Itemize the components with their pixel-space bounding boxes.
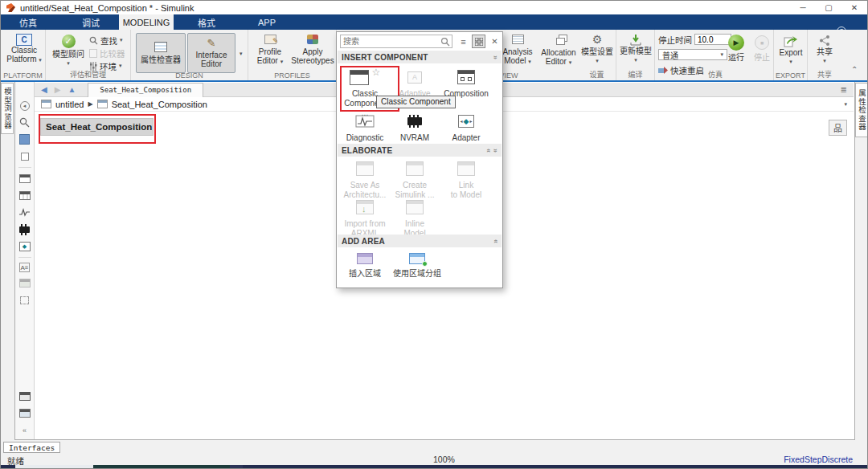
allocation-editor-button[interactable]: Allocation Editor ▾: [538, 35, 579, 67]
tab-format[interactable]: 格式: [185, 14, 228, 30]
waveform-icon: [355, 115, 375, 128]
run-button[interactable]: ▶ 运行: [724, 35, 748, 62]
chip-icon: [407, 117, 422, 125]
model-settings-button[interactable]: ⚙ 模型设置 ▾: [581, 34, 613, 65]
maximize-button[interactable]: ▢: [816, 1, 841, 14]
nvram-service-icon[interactable]: [18, 223, 31, 235]
property-inspector-button[interactable]: 属性检查器: [136, 33, 186, 73]
collapse-strip-icon[interactable]: «: [18, 424, 31, 436]
group-label-compile: 编译: [616, 69, 654, 80]
minimize-button[interactable]: ─: [790, 1, 816, 14]
palette-item-area-grouping[interactable]: 使用区域分组: [387, 251, 448, 279]
interfaces-tab[interactable]: Interfaces: [3, 442, 60, 453]
fit-to-view-icon[interactable]: [18, 133, 31, 145]
find-button[interactable]: 查找▾: [89, 35, 123, 46]
breadcrumb-current[interactable]: Seat_Heat_Composition: [112, 100, 207, 109]
group-label-evaluate: 评估和管理: [46, 69, 130, 80]
zoom-icon[interactable]: [18, 116, 31, 128]
grid-view-icon[interactable]: [472, 35, 485, 48]
breadcrumb-caret[interactable]: ▾: [844, 101, 847, 108]
group-platform: C Classic Platform ▾ PLATFORM: [1, 30, 46, 80]
property-inspector-tab[interactable]: 属性检查器: [855, 83, 868, 137]
apply-stereotypes-button[interactable]: Apply Stereotypes: [290, 35, 335, 65]
simulation-mode-select[interactable]: 普通▾: [658, 49, 727, 60]
interface-editor-button[interactable]: ✎ Interface Editor: [187, 33, 235, 73]
classic-platform-button[interactable]: C Classic Platform ▾: [6, 34, 42, 64]
palette-item-composition[interactable]: Composition: [443, 67, 489, 99]
view-mark-icon[interactable]: [18, 150, 31, 162]
palette-item-classic-component[interactable]: ☆ ClassicComponent ...: [342, 67, 388, 118]
pencil-shield-icon: ✎: [207, 38, 216, 48]
profile-editor-button[interactable]: Profile Editor ▾: [252, 35, 289, 66]
toolbar-divider: [18, 257, 31, 258]
section-header-add-area[interactable]: ADD AREA «: [338, 234, 502, 247]
list-view-icon[interactable]: ≡: [457, 35, 470, 48]
analysis-model-icon: [512, 35, 524, 44]
collapse-down-icon[interactable]: «: [492, 55, 499, 59]
stop-button: ■ 停止: [750, 35, 774, 62]
export-icon: [784, 35, 798, 47]
collapse-ribbon-icon[interactable]: ⌃: [851, 65, 858, 74]
taskbar-segment: [93, 465, 230, 469]
composition-block-header[interactable]: Seat_Heat_Composition: [40, 118, 154, 136]
tab-modeling[interactable]: MODELING: [119, 14, 174, 30]
stop-square-icon: ■: [755, 35, 769, 50]
section-header-elaborate[interactable]: ELABORATE ««: [338, 144, 502, 157]
window-title: untitled/Seat_Heat_Composition * - Simul…: [20, 3, 194, 13]
palette-item-inline-model: InlineModel: [391, 198, 438, 239]
diagnostic-service-icon[interactable]: [18, 206, 31, 218]
share-button[interactable]: 共享 ▾: [810, 35, 839, 65]
magnifier-icon: [89, 36, 98, 45]
model-advisor-button[interactable]: ✓ 模型顾问 ▾: [51, 35, 86, 67]
nav-back-icon[interactable]: ◀: [41, 85, 47, 94]
palette-search-input[interactable]: [341, 37, 440, 46]
add-component-icon[interactable]: [18, 173, 31, 185]
adapter-icon[interactable]: ◆: [18, 240, 31, 252]
collapse-up-icon[interactable]: «: [492, 239, 499, 243]
check-circle-icon: ✓: [62, 35, 76, 48]
close-button[interactable]: ✕: [841, 1, 867, 14]
export-button[interactable]: Export ▾: [776, 35, 805, 66]
tab-simulation[interactable]: 仿真: [6, 14, 51, 30]
tab-list-icon[interactable]: ≣: [841, 85, 847, 94]
breadcrumb-root[interactable]: untitled: [55, 100, 84, 109]
area-box-icon[interactable]: [18, 294, 31, 306]
tab-apps[interactable]: APP: [245, 14, 289, 30]
classic-component-icon: [350, 70, 369, 85]
design-overflow-caret[interactable]: ▾: [240, 51, 243, 57]
group-label-settings: 设置: [578, 69, 616, 80]
group-compile: 更新模型 ▾ 编译: [616, 30, 655, 80]
hide-browser-icon[interactable]: ◂: [18, 100, 31, 112]
status-solver[interactable]: FixedStepDiscrete: [784, 455, 853, 464]
section-header-insert[interactable]: INSERT COMPONENT «: [338, 51, 502, 63]
update-model-icon: [629, 34, 642, 46]
collapse-down-icon[interactable]: «: [492, 148, 499, 152]
share-icon: [819, 35, 831, 47]
update-model-button[interactable]: 更新模型 ▾: [620, 34, 652, 64]
composition-badge-icon[interactable]: 品: [829, 120, 847, 136]
status-zoom: 100%: [433, 455, 455, 464]
group-evaluate: ✓ 模型顾问 ▾ 查找▾ 比较器 环境▾ 评估和管理: [46, 30, 131, 80]
palette-item-insert-area[interactable]: 插入区域: [342, 251, 388, 279]
palette-icon[interactable]: [18, 407, 31, 419]
import-arxml-icon: ↓: [356, 200, 374, 214]
palette-item-import-arxml: ↓ Import fromARXML: [342, 198, 388, 239]
close-palette-icon[interactable]: ✕: [488, 35, 502, 48]
tab-debug[interactable]: 调试: [68, 14, 113, 30]
favorite-star-icon[interactable]: ☆: [372, 67, 381, 77]
simulink-window: untitled/Seat_Heat_Composition * - Simul…: [0, 0, 868, 469]
palette-item-adapter[interactable]: ◂◆▸ Adapter: [443, 112, 489, 143]
document-tab[interactable]: Seat_Heat_Composition: [88, 83, 203, 97]
annotation-icon[interactable]: A≡: [19, 263, 30, 272]
group-label-profiles: PROFILES: [248, 71, 336, 80]
screenshot-icon[interactable]: [18, 390, 31, 402]
model-browser-tab[interactable]: 模型浏览器: [1, 83, 14, 134]
nav-up-icon[interactable]: ▲: [68, 85, 76, 94]
add-composition-icon[interactable]: [18, 190, 31, 202]
group-label-export: EXPORT: [774, 71, 807, 80]
nav-forward-icon[interactable]: ▶: [55, 85, 61, 94]
canvas-left-toolbar: ◂ ◆ A≡ «: [15, 82, 35, 439]
run-play-icon: ▶: [728, 35, 744, 51]
stop-time-label: 停止时间: [658, 34, 692, 46]
image-icon[interactable]: [18, 277, 31, 289]
